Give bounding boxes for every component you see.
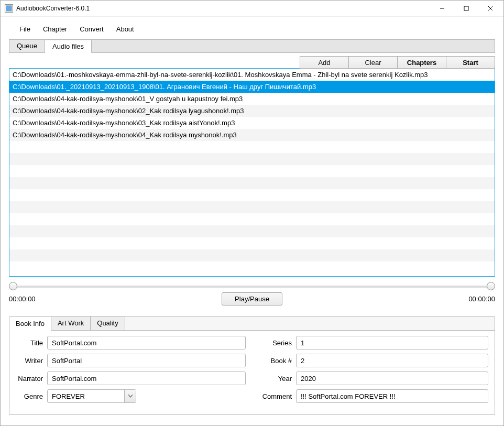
file-row[interactable]: C:\Downloads\04-kak-rodilsya-myshonok\01… [9, 93, 495, 105]
slider-thumb-start[interactable] [9, 282, 17, 290]
playback-slider[interactable] [9, 282, 495, 291]
input-comment[interactable] [296, 389, 488, 403]
maximize-button[interactable] [454, 1, 478, 16]
app-icon [5, 4, 13, 13]
add-button[interactable]: Add [300, 56, 349, 69]
input-series[interactable] [296, 336, 488, 349]
menu-about[interactable]: About [110, 24, 140, 34]
input-writer[interactable] [47, 354, 246, 367]
file-row[interactable] [9, 237, 495, 249]
bottom-panel: Book Info Art Work Quality Title Writer … [9, 316, 495, 415]
toolbar: Add Clear Chapters Start [9, 56, 495, 69]
bottom-tab-strip: Book Info Art Work Quality [9, 316, 495, 331]
titlebar: AudiobookConverter-6.0.1 [1, 1, 503, 17]
label-genre: Genre [16, 392, 47, 400]
file-row[interactable] [9, 165, 495, 177]
file-row[interactable] [9, 213, 495, 225]
time-right: 00:00:00 [468, 295, 495, 303]
slider-thumb-end[interactable] [487, 282, 495, 290]
tab-book-info[interactable]: Book Info [9, 317, 51, 331]
file-row[interactable] [9, 261, 495, 274]
label-year: Year [258, 375, 296, 383]
tab-queue[interactable]: Queue [9, 40, 45, 52]
svg-rect-0 [6, 5, 12, 11]
label-series: Series [258, 339, 296, 347]
menu-file[interactable]: File [13, 24, 37, 34]
start-button[interactable]: Start [446, 56, 495, 69]
combo-genre-text: FOREVER [48, 392, 124, 400]
input-year[interactable] [296, 372, 488, 385]
input-title[interactable] [47, 336, 246, 349]
label-writer: Writer [16, 357, 47, 365]
file-row[interactable] [9, 225, 495, 237]
menubar: File Chapter Convert About [9, 21, 495, 39]
file-row[interactable]: C:\Downloads\01.-moshkovskaya-emma-zhil-… [9, 69, 495, 81]
file-row[interactable] [9, 201, 495, 213]
label-narrator: Narrator [16, 375, 47, 383]
file-row[interactable]: C:\Downloads\04-kak-rodilsya-myshonok\04… [9, 129, 495, 141]
tab-quality[interactable]: Quality [91, 316, 125, 330]
tab-art-work[interactable]: Art Work [51, 316, 91, 330]
clear-button[interactable]: Clear [348, 56, 398, 69]
file-row[interactable]: C:\Downloads\04-kak-rodilsya-myshonok\02… [9, 105, 495, 117]
svg-rect-2 [464, 6, 468, 10]
minimize-button[interactable] [430, 1, 454, 16]
tab-audio-files[interactable]: Audio files [45, 40, 92, 53]
input-book-no[interactable] [296, 354, 488, 367]
file-list[interactable]: C:\Downloads\01.-moshkovskaya-emma-zhil-… [9, 68, 495, 277]
window-title: AudiobookConverter-6.0.1 [16, 5, 430, 12]
time-left: 00:00:00 [9, 295, 36, 303]
combo-genre[interactable]: FOREVER [47, 389, 136, 403]
file-row[interactable] [9, 189, 495, 201]
label-comment: Comment [258, 392, 296, 400]
input-narrator[interactable] [47, 372, 246, 385]
label-book-no: Book # [258, 357, 296, 365]
label-title: Title [16, 339, 47, 347]
file-row[interactable] [9, 177, 495, 189]
chapters-button[interactable]: Chapters [397, 56, 446, 69]
file-row[interactable]: C:\Downloads\01._20210913_20210913_1908\… [9, 81, 495, 93]
play-pause-button[interactable]: Play/Pause [222, 292, 282, 305]
file-row[interactable] [9, 153, 495, 165]
menu-chapter[interactable]: Chapter [37, 24, 73, 34]
file-row[interactable] [9, 249, 495, 261]
file-row[interactable] [9, 141, 495, 153]
close-button[interactable] [478, 1, 502, 16]
file-row[interactable]: C:\Downloads\04-kak-rodilsya-myshonok\03… [9, 117, 495, 129]
chevron-down-icon[interactable] [124, 390, 136, 402]
main-tab-strip: Queue Audio files [9, 39, 495, 53]
slider-track [13, 286, 491, 288]
menu-convert[interactable]: Convert [73, 24, 110, 34]
